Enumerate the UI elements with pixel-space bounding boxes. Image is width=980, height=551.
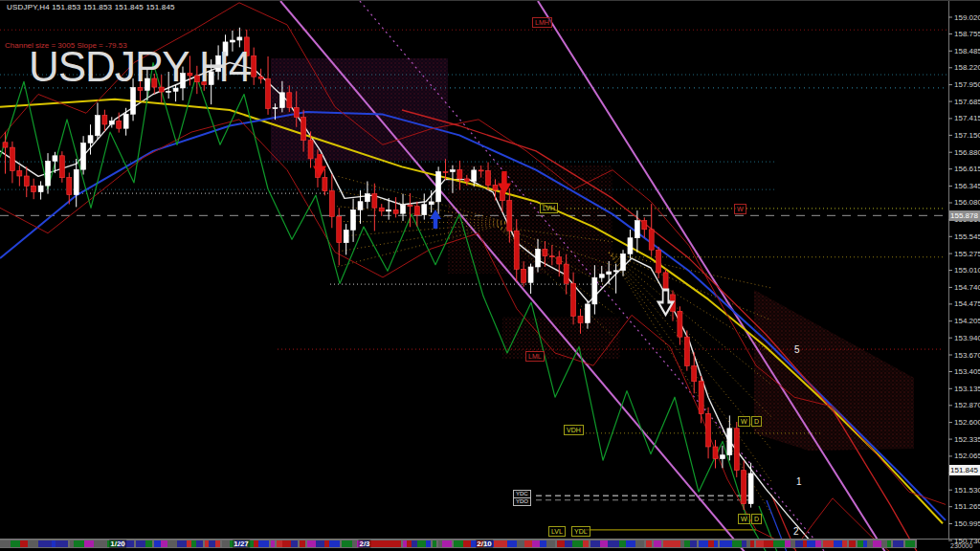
candle-body bbox=[401, 205, 406, 213]
strip-block bbox=[524, 540, 532, 547]
strip-block bbox=[858, 540, 863, 547]
channel-violet-b[interactable] bbox=[538, 1, 885, 551]
strip-block bbox=[756, 540, 764, 547]
candle-body bbox=[657, 250, 661, 273]
price-tick-label: 153.670 bbox=[954, 351, 980, 360]
price-tick-label: 151.265 bbox=[954, 502, 980, 511]
candle-body bbox=[607, 272, 612, 275]
pivot-label-w-lower[interactable]: W bbox=[738, 514, 750, 524]
strip-block bbox=[532, 540, 540, 547]
strip-block bbox=[271, 540, 275, 547]
price-tick-label: 152.600 bbox=[954, 418, 980, 427]
candle-body bbox=[429, 202, 434, 205]
candle-body bbox=[337, 216, 342, 242]
level-label-ydo[interactable]: YDO bbox=[513, 497, 531, 506]
candle-body bbox=[414, 207, 419, 215]
strip-block bbox=[675, 540, 680, 547]
price-tick-label: 152.870 bbox=[954, 401, 980, 409]
strip-block bbox=[100, 540, 107, 547]
strip-block bbox=[873, 540, 881, 547]
pivot-label-d-upper[interactable]: D bbox=[751, 416, 762, 427]
candle-body bbox=[742, 471, 746, 504]
strip-block bbox=[390, 540, 401, 547]
strip-block bbox=[684, 540, 690, 547]
level-label-ydl[interactable]: YDL bbox=[571, 526, 590, 537]
candle-body bbox=[557, 257, 562, 264]
strip-block bbox=[887, 540, 891, 547]
pivot-label-w[interactable]: W bbox=[734, 204, 746, 214]
candle-body bbox=[10, 147, 14, 170]
strip-block bbox=[823, 540, 834, 547]
candle-body bbox=[628, 238, 633, 254]
price-tick-label: 158.755 bbox=[954, 30, 980, 38]
strip-block bbox=[403, 540, 407, 547]
strip-block bbox=[720, 540, 724, 547]
level-label-vdh[interactable]: VDH bbox=[564, 425, 584, 435]
strip-block bbox=[316, 540, 324, 547]
strip-block bbox=[11, 540, 20, 547]
candle-body bbox=[365, 194, 369, 202]
strip-block bbox=[282, 540, 291, 547]
strip-block bbox=[785, 540, 791, 547]
strip-block bbox=[417, 540, 426, 547]
candle-body bbox=[17, 171, 22, 177]
price-tick-label: 157.685 bbox=[954, 98, 980, 106]
strip-block bbox=[815, 540, 821, 547]
level-label-lvl[interactable]: LVL bbox=[548, 526, 566, 537]
strip-block bbox=[161, 540, 167, 547]
strip-block bbox=[613, 540, 619, 547]
candle-body bbox=[443, 171, 448, 172]
candle-body bbox=[95, 116, 100, 136]
candle-body bbox=[493, 186, 498, 190]
strip-block bbox=[74, 540, 84, 547]
strip-block bbox=[222, 540, 230, 547]
strip-block bbox=[84, 540, 94, 547]
pivot-label-w-upper[interactable]: W bbox=[738, 416, 750, 427]
strip-block bbox=[507, 540, 513, 547]
wave-label-5[interactable]: 5 bbox=[792, 345, 802, 355]
strip-block bbox=[893, 540, 903, 547]
candle-body bbox=[46, 161, 51, 186]
pivot-label-d-lower[interactable]: D bbox=[751, 514, 762, 524]
price-tick-label: 156.880 bbox=[954, 148, 980, 157]
strip-block bbox=[626, 540, 635, 547]
strip-block bbox=[0, 540, 11, 547]
candle-body bbox=[734, 429, 739, 471]
strip-block bbox=[196, 540, 203, 547]
strip-block bbox=[258, 540, 269, 547]
wave-label-1[interactable]: 1 bbox=[794, 477, 804, 487]
candle-body bbox=[379, 208, 384, 211]
level-label-lml[interactable]: LML bbox=[525, 351, 545, 362]
candle-body bbox=[32, 186, 36, 191]
strip-block bbox=[438, 540, 442, 547]
chart-watermark-title: USDJPY H4 bbox=[29, 43, 251, 91]
candle-body bbox=[543, 249, 547, 255]
strip-block bbox=[70, 540, 74, 547]
price-tick-label: 157.150 bbox=[954, 131, 980, 140]
candle-body bbox=[642, 221, 647, 230]
candle-body bbox=[522, 269, 526, 282]
candle-body bbox=[549, 256, 554, 257]
price-tick-label: 153.135 bbox=[954, 385, 980, 393]
wave-label-2[interactable]: 2 bbox=[791, 527, 801, 537]
strip-block bbox=[494, 540, 500, 547]
strip-block bbox=[773, 540, 780, 547]
candle-body bbox=[748, 474, 753, 504]
candle-body bbox=[564, 264, 568, 283]
price-tick-label: 156.080 bbox=[954, 198, 980, 207]
candle-body bbox=[59, 156, 64, 178]
strip-block bbox=[565, 540, 572, 547]
candle-body bbox=[479, 170, 483, 171]
strip-block bbox=[546, 540, 555, 547]
candle-body bbox=[699, 382, 703, 414]
candle-body bbox=[621, 253, 626, 271]
level-label-lmh[interactable]: LMH bbox=[532, 17, 552, 28]
ribbon-fan-right bbox=[609, 253, 771, 352]
candle-body bbox=[308, 141, 313, 159]
mt4-chart-window: USDJPY,H4 151.853 151.853 151.845 151.84… bbox=[0, 0, 980, 551]
strip-block bbox=[62, 540, 68, 547]
level-label-lvh[interactable]: LVH bbox=[540, 203, 558, 213]
candle-body bbox=[692, 366, 697, 382]
candle-body bbox=[237, 37, 242, 40]
strip-block bbox=[517, 540, 524, 547]
